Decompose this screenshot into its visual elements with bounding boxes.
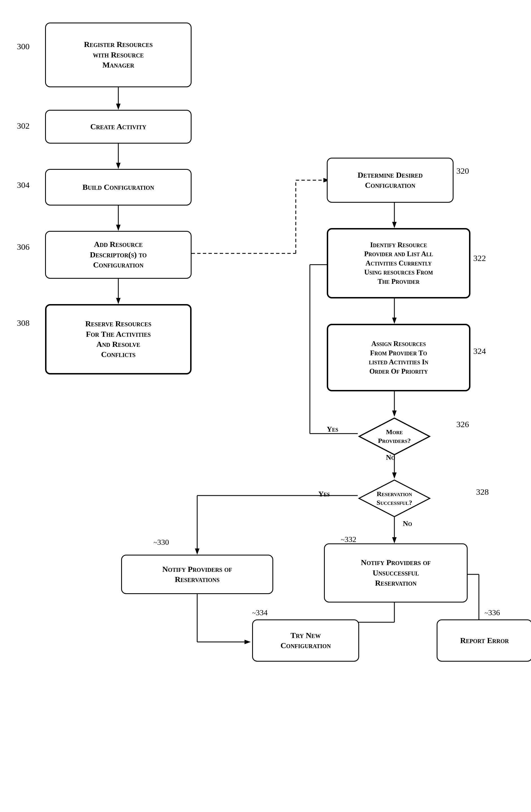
label-328: 328 bbox=[476, 487, 489, 497]
box-324: Assign Resources From Provider To listed… bbox=[327, 324, 471, 391]
box-302: Create Activity bbox=[45, 110, 191, 144]
box-306: Add Resource Descriptor(s) to Configurat… bbox=[45, 231, 191, 279]
label-324: 324 bbox=[473, 346, 486, 356]
svg-marker-23 bbox=[392, 473, 397, 479]
box-332: Notify Providers of Unsuccessful Reserva… bbox=[324, 543, 468, 603]
svg-marker-5 bbox=[116, 225, 120, 231]
diagram-container: 300 Register Resources with Resource Man… bbox=[0, 0, 531, 812]
label-300: 300 bbox=[17, 42, 30, 51]
diamond-328-shape bbox=[358, 479, 442, 524]
box-304: Build Configuration bbox=[45, 169, 191, 205]
svg-marker-1 bbox=[116, 104, 120, 110]
box-336: Report Error bbox=[436, 620, 531, 662]
svg-marker-38 bbox=[359, 418, 430, 455]
svg-marker-28 bbox=[392, 537, 397, 543]
label-330: ~330 bbox=[154, 538, 169, 547]
label-304: 304 bbox=[17, 180, 30, 190]
label-302: 302 bbox=[17, 121, 30, 131]
svg-marker-26 bbox=[195, 549, 199, 555]
label-320: 320 bbox=[456, 166, 469, 176]
label-308: 308 bbox=[17, 318, 30, 328]
svg-marker-15 bbox=[392, 318, 397, 324]
label-326: 326 bbox=[456, 420, 469, 429]
no-label-326: No bbox=[386, 453, 395, 462]
label-336: ~336 bbox=[485, 608, 500, 617]
svg-marker-17 bbox=[392, 410, 397, 417]
yes-label-326: Yes bbox=[327, 425, 338, 434]
diamond-326: More Providers? bbox=[358, 417, 431, 456]
box-320: Determine Desired Configuration bbox=[327, 158, 454, 203]
box-334: Try New Configuration bbox=[252, 620, 359, 662]
label-322: 322 bbox=[473, 253, 486, 263]
label-332: ~332 bbox=[341, 535, 356, 544]
box-322: Identify Resource Provider and List All … bbox=[327, 228, 471, 299]
svg-marker-3 bbox=[116, 163, 120, 169]
label-334: ~334 bbox=[252, 608, 268, 617]
svg-marker-13 bbox=[392, 222, 397, 228]
no-label-328: No bbox=[403, 520, 412, 528]
box-300: Register Resources with Resource Manager bbox=[45, 23, 191, 87]
svg-marker-37 bbox=[245, 640, 251, 644]
svg-marker-7 bbox=[116, 298, 120, 304]
yes-label-328: Yes bbox=[318, 490, 330, 498]
box-308: Reserve Resources For The Activities And… bbox=[45, 304, 191, 375]
label-306: 306 bbox=[17, 242, 30, 252]
box-330: Notify Providers of Reservations bbox=[121, 555, 273, 594]
